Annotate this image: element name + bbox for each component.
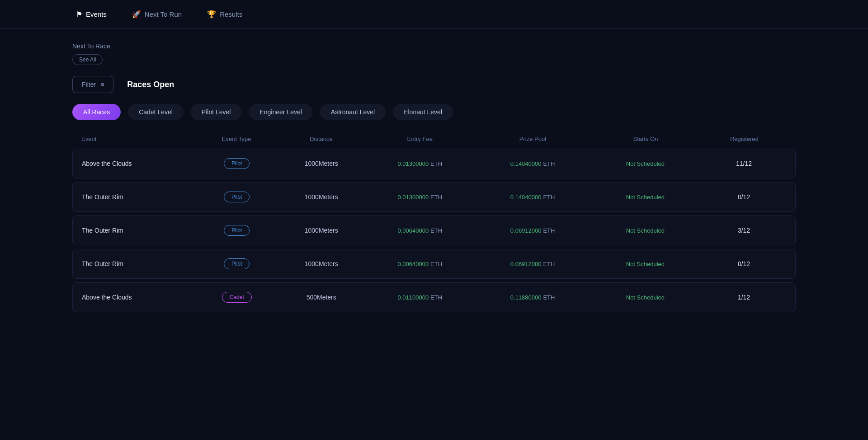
table-header: EventEvent TypeDistanceEntry FeePrize Po… bbox=[72, 131, 796, 147]
nav-item-next-to-run[interactable]: 🚀 Next To Run bbox=[128, 8, 185, 20]
event-name: The Outer Rim bbox=[82, 227, 194, 234]
entry-fee-unit: ETH bbox=[430, 261, 442, 267]
races-open-label: Races Open bbox=[127, 80, 174, 89]
entry-fee-unit: ETH bbox=[430, 227, 442, 234]
event-name: The Outer Rim bbox=[82, 193, 194, 201]
entry-fee-cell: 0.01300000 ETH bbox=[363, 193, 476, 201]
top-navigation: ⚑ Events 🚀 Next To Run 🏆 Results bbox=[0, 0, 868, 29]
prize-pool-value: 0.06912000 bbox=[510, 227, 542, 234]
entry-fee-value: 0.01300000 bbox=[398, 194, 429, 201]
prize-pool-cell: 0.06912000 ETH bbox=[476, 260, 589, 267]
prize-pool-value: 0.14040000 bbox=[510, 194, 542, 201]
table-body: Above the CloudsPilot1000Meters0.0130000… bbox=[72, 149, 796, 312]
prize-pool-cell: 0.14040000 ETH bbox=[476, 193, 589, 201]
starts-on-value: Not Scheduled bbox=[626, 294, 665, 301]
prize-pool-unit: ETH bbox=[543, 261, 555, 267]
entry-fee-unit: ETH bbox=[430, 294, 442, 301]
prize-pool-unit: ETH bbox=[543, 160, 555, 167]
distance-cell: 1000Meters bbox=[279, 260, 363, 267]
table-row[interactable]: Above the CloudsPilot1000Meters0.0130000… bbox=[72, 149, 796, 178]
registered-cell: 1/12 bbox=[702, 294, 786, 301]
prize-pool-value: 0.11880000 bbox=[510, 294, 542, 301]
controls-row: Filter ≡ Races Open bbox=[72, 76, 796, 93]
starts-on-value: Not Scheduled bbox=[626, 194, 665, 201]
table-header-cell: Prize Pool bbox=[476, 136, 590, 142]
entry-fee-value: 0.00640000 bbox=[398, 261, 429, 267]
events-icon: ⚑ bbox=[76, 10, 82, 19]
table-row[interactable]: The Outer RimPilot1000Meters0.00640000 E… bbox=[72, 215, 796, 245]
registered-cell: 0/12 bbox=[702, 193, 786, 201]
starts-on-value: Not Scheduled bbox=[626, 227, 665, 234]
entry-fee-unit: ETH bbox=[430, 194, 442, 201]
prize-pool-cell: 0.06912000 ETH bbox=[476, 227, 589, 234]
starts-on-cell: Not Scheduled bbox=[589, 227, 702, 234]
table-header-cell: Entry Fee bbox=[363, 136, 476, 142]
starts-on-value: Not Scheduled bbox=[626, 160, 665, 167]
see-all-button[interactable]: See All bbox=[72, 54, 103, 65]
starts-on-cell: Not Scheduled bbox=[589, 193, 702, 201]
starts-on-cell: Not Scheduled bbox=[589, 294, 702, 301]
entry-fee-cell: 0.00640000 ETH bbox=[363, 227, 476, 234]
nav-next-label: Next To Run bbox=[145, 10, 182, 18]
table-row[interactable]: The Outer RimPilot1000Meters0.00640000 E… bbox=[72, 249, 796, 279]
entry-fee-cell: 0.00640000 ETH bbox=[363, 260, 476, 267]
nav-item-events[interactable]: ⚑ Events bbox=[72, 8, 110, 20]
entry-fee-value: 0.01300000 bbox=[398, 160, 429, 167]
starts-on-value: Not Scheduled bbox=[626, 261, 665, 267]
prize-pool-cell: 0.14040000 ETH bbox=[476, 160, 589, 167]
table-header-cell: Distance bbox=[279, 136, 363, 142]
table-row[interactable]: The Outer RimPilot1000Meters0.01300000 E… bbox=[72, 182, 796, 212]
filter-button[interactable]: Filter ≡ bbox=[72, 76, 113, 93]
distance-cell: 1000Meters bbox=[279, 160, 363, 167]
event-type-cell: Cadet bbox=[194, 292, 279, 303]
nav-events-label: Events bbox=[86, 10, 107, 18]
event-type-badge: Cadet bbox=[222, 292, 252, 303]
trophy-icon: 🏆 bbox=[207, 10, 216, 19]
rocket-icon: 🚀 bbox=[132, 10, 141, 19]
prize-pool-value: 0.06912000 bbox=[510, 261, 542, 267]
prize-pool-unit: ETH bbox=[543, 227, 555, 234]
event-type-badge: Pilot bbox=[224, 158, 250, 169]
registered-cell: 3/12 bbox=[702, 227, 786, 234]
entry-fee-value: 0.01100000 bbox=[398, 294, 429, 301]
distance-cell: 1000Meters bbox=[279, 227, 363, 234]
race-table: EventEvent TypeDistanceEntry FeePrize Po… bbox=[72, 131, 796, 312]
event-name: Above the Clouds bbox=[82, 160, 194, 167]
registered-cell: 11/12 bbox=[702, 160, 786, 167]
table-header-cell: Event bbox=[81, 136, 194, 142]
event-type-cell: Pilot bbox=[194, 158, 279, 169]
starts-on-cell: Not Scheduled bbox=[589, 260, 702, 267]
tab-elonaut-level[interactable]: Elonaut Level bbox=[393, 104, 453, 120]
tab-pilot-level[interactable]: Pilot Level bbox=[191, 104, 242, 120]
filter-label: Filter bbox=[82, 81, 96, 88]
prize-pool-value: 0.14040000 bbox=[510, 160, 542, 167]
event-type-badge: Pilot bbox=[224, 225, 250, 236]
table-header-cell: Registered bbox=[702, 136, 787, 142]
entry-fee-unit: ETH bbox=[430, 160, 442, 167]
main-content: Next To Race See All Filter ≡ Races Open… bbox=[0, 29, 868, 329]
tab-cadet-level[interactable]: Cadet Level bbox=[128, 104, 184, 120]
table-header-cell: Starts On bbox=[589, 136, 702, 142]
event-type-badge: Pilot bbox=[224, 192, 250, 202]
starts-on-cell: Not Scheduled bbox=[589, 160, 702, 167]
nav-item-results[interactable]: 🏆 Results bbox=[203, 8, 246, 20]
section-title: Next To Race bbox=[72, 42, 796, 50]
tab-astronaut-level[interactable]: Astronaut Level bbox=[320, 104, 386, 120]
table-row[interactable]: Above the CloudsCadet500Meters0.01100000… bbox=[72, 282, 796, 312]
filter-icon: ≡ bbox=[100, 81, 104, 88]
event-name: The Outer Rim bbox=[82, 260, 194, 267]
prize-pool-unit: ETH bbox=[543, 294, 555, 301]
tab-engineer-level[interactable]: Engineer Level bbox=[249, 104, 312, 120]
entry-fee-value: 0.00640000 bbox=[398, 227, 429, 234]
entry-fee-cell: 0.01300000 ETH bbox=[363, 160, 476, 167]
event-type-cell: Pilot bbox=[194, 225, 279, 236]
distance-cell: 1000Meters bbox=[279, 193, 363, 201]
prize-pool-cell: 0.11880000 ETH bbox=[476, 294, 589, 301]
event-type-badge: Pilot bbox=[224, 258, 250, 269]
prize-pool-unit: ETH bbox=[543, 194, 555, 201]
event-type-cell: Pilot bbox=[194, 192, 279, 202]
entry-fee-cell: 0.01100000 ETH bbox=[363, 294, 476, 301]
tab-all-races[interactable]: All Races bbox=[72, 104, 121, 120]
level-tabs: All RacesCadet LevelPilot LevelEngineer … bbox=[72, 104, 796, 120]
registered-cell: 0/12 bbox=[702, 260, 786, 267]
